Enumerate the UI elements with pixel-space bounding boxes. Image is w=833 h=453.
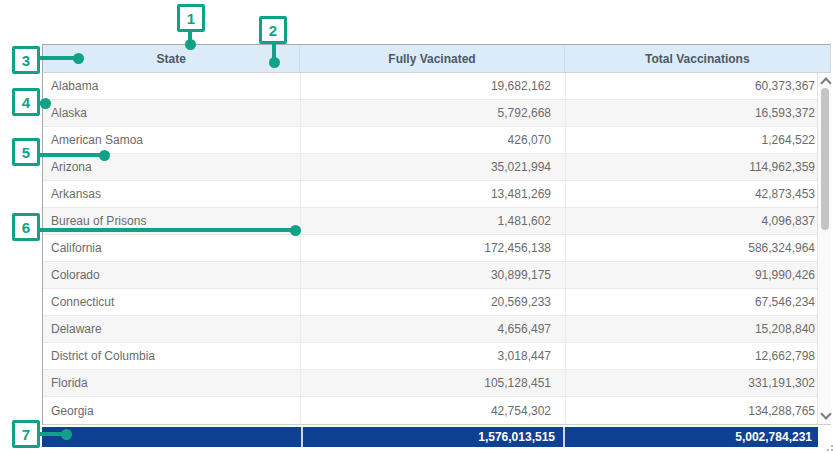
row-fully-vacinated-cell[interactable]: 172,456,138 xyxy=(301,235,566,261)
callout-box-7: 7 xyxy=(12,420,40,448)
callout-box-4: 4 xyxy=(12,88,40,116)
table-row[interactable]: Arkansas13,481,26942,873,453 xyxy=(43,181,831,208)
row-total-vaccinations-cell[interactable]: 60,373,367 xyxy=(566,73,831,99)
attribute-table: State Fully Vacinated Total Vaccinations… xyxy=(42,44,831,425)
row-state-cell[interactable]: Bureau of Prisons xyxy=(43,208,301,234)
row-total-vaccinations-cell[interactable]: 1,264,522 xyxy=(566,127,831,153)
row-state-cell[interactable]: Colorado xyxy=(43,262,301,288)
row-total-vaccinations-cell[interactable]: 12,662,798 xyxy=(566,343,831,369)
row-total-vaccinations-cell[interactable]: 114,962,359 xyxy=(566,154,831,180)
table-row[interactable]: Arizona35,021,994114,962,359 xyxy=(43,154,831,181)
row-fully-vacinated-cell[interactable]: 1,481,602 xyxy=(301,208,566,234)
row-fully-vacinated-cell[interactable]: 105,128,451 xyxy=(301,370,566,396)
row-state-cell[interactable]: Arizona xyxy=(43,154,301,180)
row-fully-vacinated-cell[interactable]: 5,792,668 xyxy=(301,100,566,126)
table-header-row: State Fully Vacinated Total Vaccinations xyxy=(42,44,831,73)
table-row[interactable]: California172,456,138586,324,964 xyxy=(43,235,831,262)
summary-row: 1,576,013,515 5,002,784,231 xyxy=(42,427,818,447)
row-fully-vacinated-cell[interactable]: 20,569,233 xyxy=(301,289,566,315)
column-header-fully-vacinated[interactable]: Fully Vacinated xyxy=(300,45,564,72)
table-row[interactable]: Delaware4,656,49715,208,840 xyxy=(43,316,831,343)
row-total-vaccinations-cell[interactable]: 586,324,964 xyxy=(566,235,831,261)
callout-line-1 xyxy=(188,30,192,44)
callout-box-1: 1 xyxy=(177,4,205,32)
row-state-cell[interactable]: District of Columbia xyxy=(43,343,301,369)
table-row[interactable]: American Samoa426,0701,264,522 xyxy=(43,127,831,154)
table-body: Alabama19,682,16260,373,367Alaska5,792,6… xyxy=(42,73,831,425)
callout-box-2: 2 xyxy=(259,16,287,44)
scroll-down-icon[interactable] xyxy=(820,408,831,419)
row-fully-vacinated-cell[interactable]: 19,682,162 xyxy=(301,73,566,99)
row-state-cell[interactable]: Alaska xyxy=(43,100,301,126)
row-state-cell[interactable]: Georgia xyxy=(43,397,301,424)
row-total-vaccinations-cell[interactable]: 42,873,453 xyxy=(566,181,831,207)
row-fully-vacinated-cell[interactable]: 35,021,994 xyxy=(301,154,566,180)
table-row[interactable]: Georgia42,754,302134,288,765 xyxy=(43,397,831,424)
column-header-state[interactable]: State xyxy=(43,45,300,72)
table-row[interactable]: Colorado30,899,17591,990,426 xyxy=(43,262,831,289)
table-row[interactable]: Alabama19,682,16260,373,367 xyxy=(43,73,831,100)
summary-total-vaccinations-total: 5,002,784,231 xyxy=(563,427,818,447)
row-state-cell[interactable]: Florida xyxy=(43,370,301,396)
row-fully-vacinated-cell[interactable]: 4,656,497 xyxy=(301,316,566,342)
row-total-vaccinations-cell[interactable]: 4,096,837 xyxy=(566,208,831,234)
summary-fully-vacinated-total: 1,576,013,515 xyxy=(301,427,563,447)
row-total-vaccinations-cell[interactable]: 16,593,372 xyxy=(566,100,831,126)
row-state-cell[interactable]: Arkansas xyxy=(43,181,301,207)
row-total-vaccinations-cell[interactable]: 67,546,234 xyxy=(566,289,831,315)
row-state-cell[interactable]: American Samoa xyxy=(43,127,301,153)
callout-box-6: 6 xyxy=(12,213,40,241)
row-state-cell[interactable]: Connecticut xyxy=(43,289,301,315)
row-fully-vacinated-cell[interactable]: 13,481,269 xyxy=(301,181,566,207)
resize-handle-icon[interactable] xyxy=(824,443,833,451)
table-row[interactable]: Connecticut20,569,23367,546,234 xyxy=(43,289,831,316)
row-total-vaccinations-cell[interactable]: 15,208,840 xyxy=(566,316,831,342)
row-fully-vacinated-cell[interactable]: 42,754,302 xyxy=(301,397,566,424)
row-total-vaccinations-cell[interactable]: 134,288,765 xyxy=(566,397,831,424)
row-total-vaccinations-cell[interactable]: 91,990,426 xyxy=(566,262,831,288)
scrollbar-thumb[interactable] xyxy=(821,88,829,230)
callout-box-3: 3 xyxy=(12,46,40,74)
row-fully-vacinated-cell[interactable]: 30,899,175 xyxy=(301,262,566,288)
column-header-total-vaccinations[interactable]: Total Vaccinations xyxy=(565,45,830,72)
scroll-up-icon[interactable] xyxy=(820,77,831,88)
table-row[interactable]: Alaska5,792,66816,593,372 xyxy=(43,100,831,127)
table-row[interactable]: Florida105,128,451331,191,302 xyxy=(43,370,831,397)
row-fully-vacinated-cell[interactable]: 426,070 xyxy=(301,127,566,153)
row-fully-vacinated-cell[interactable]: 3,018,447 xyxy=(301,343,566,369)
row-state-cell[interactable]: Delaware xyxy=(43,316,301,342)
vertical-scrollbar[interactable] xyxy=(817,73,831,424)
row-state-cell[interactable]: California xyxy=(43,235,301,261)
row-total-vaccinations-cell[interactable]: 331,191,302 xyxy=(566,370,831,396)
table-row[interactable]: District of Columbia3,018,44712,662,798 xyxy=(43,343,831,370)
summary-state-cell xyxy=(42,427,301,447)
table-row[interactable]: Bureau of Prisons1,481,6024,096,837 xyxy=(43,208,831,235)
row-state-cell[interactable]: Alabama xyxy=(43,73,301,99)
callout-box-5: 5 xyxy=(12,138,40,166)
